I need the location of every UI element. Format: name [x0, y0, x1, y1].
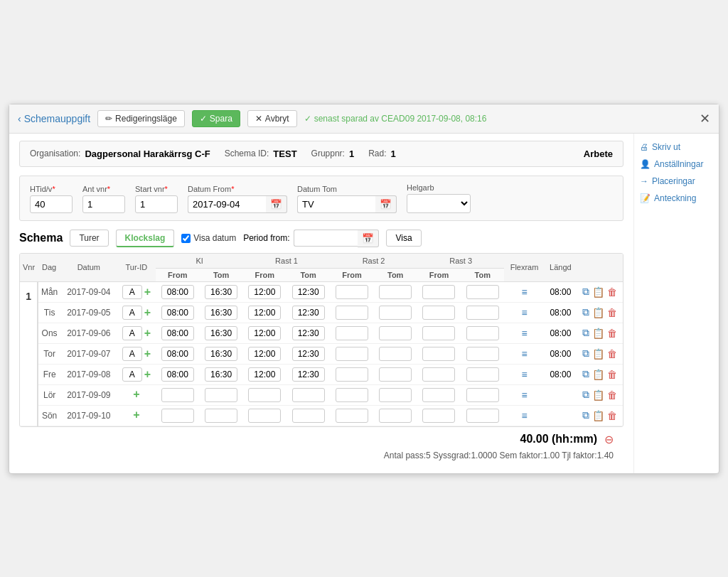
add-tur-button[interactable]: +	[144, 347, 151, 360]
delete-button[interactable]: 🗑	[607, 348, 617, 360]
minus-circle-icon[interactable]: ⊖	[604, 433, 614, 446]
tur-input[interactable]	[122, 367, 142, 382]
tur-input[interactable]	[122, 306, 142, 320]
ant-input[interactable]	[82, 195, 125, 213]
r2-from-input[interactable]	[336, 285, 368, 299]
r3-from-input[interactable]	[422, 347, 455, 361]
kl-tom-input[interactable]	[205, 388, 237, 402]
close-button[interactable]: ✕	[700, 111, 710, 126]
r3-from-input[interactable]	[422, 388, 455, 402]
r3-tom-input[interactable]	[466, 367, 499, 382]
delete-button[interactable]: 🗑	[607, 286, 617, 298]
r2-from-input[interactable]	[336, 409, 368, 423]
back-button[interactable]: ‹ Schemauppgift	[18, 113, 90, 124]
r1-tom-input[interactable]	[292, 388, 325, 402]
tur-input[interactable]	[122, 285, 142, 299]
copy-button[interactable]: ⧉	[582, 327, 589, 339]
employees-button[interactable]: 👤 Anställningar	[640, 158, 713, 171]
paste-button[interactable]: 📋	[592, 389, 604, 401]
datum-from-input[interactable]	[188, 195, 266, 213]
r3-from-input[interactable]	[422, 326, 455, 340]
r2-tom-input[interactable]	[379, 409, 412, 423]
r3-from-input[interactable]	[422, 367, 455, 382]
r2-tom-input[interactable]	[379, 285, 412, 299]
r1-from-input[interactable]	[248, 409, 281, 423]
paste-button[interactable]: 📋	[592, 410, 604, 421]
delete-button[interactable]: 🗑	[607, 307, 617, 318]
r2-from-input[interactable]	[336, 326, 368, 340]
copy-button[interactable]: ⧉	[582, 306, 589, 318]
kl-from-input[interactable]	[161, 409, 194, 423]
visa-button[interactable]: Visa	[386, 230, 421, 247]
add-tur-button[interactable]: +	[144, 286, 151, 298]
copy-button[interactable]: ⧉	[582, 368, 589, 380]
r2-from-input[interactable]	[336, 388, 368, 402]
copy-button[interactable]: ⧉	[582, 389, 589, 401]
print-button[interactable]: 🖨 Skriv ut	[640, 141, 713, 153]
r3-from-input[interactable]	[422, 409, 455, 423]
helgarb-select[interactable]	[407, 194, 471, 213]
kl-tom-input[interactable]	[205, 347, 237, 361]
delete-button[interactable]: 🗑	[607, 389, 617, 401]
r1-tom-input[interactable]	[292, 409, 325, 423]
kl-from-input[interactable]	[161, 326, 194, 340]
r1-tom-input[interactable]	[292, 347, 325, 361]
add-tur-button[interactable]: +	[133, 409, 139, 421]
copy-button[interactable]: ⧉	[582, 286, 589, 298]
r2-tom-input[interactable]	[379, 388, 412, 402]
r2-tom-input[interactable]	[379, 347, 412, 361]
r1-from-input[interactable]	[248, 367, 281, 382]
tur-input[interactable]	[122, 326, 142, 340]
r1-from-input[interactable]	[248, 347, 281, 361]
r2-from-input[interactable]	[336, 367, 368, 382]
htid-input[interactable]	[30, 195, 73, 213]
add-tur-button[interactable]: +	[133, 388, 139, 401]
delete-button[interactable]: 🗑	[607, 369, 617, 380]
delete-button[interactable]: 🗑	[607, 410, 617, 421]
copy-button[interactable]: ⧉	[582, 409, 589, 421]
flexram-menu-button[interactable]: ≡	[521, 307, 527, 318]
r1-from-input[interactable]	[248, 306, 281, 320]
r3-tom-input[interactable]	[466, 388, 499, 402]
notes-button[interactable]: 📝 Anteckning	[640, 192, 713, 205]
r2-from-input[interactable]	[336, 347, 368, 361]
delete-button[interactable]: 🗑	[607, 328, 617, 339]
r1-from-input[interactable]	[248, 326, 281, 340]
add-tur-button[interactable]: +	[144, 306, 151, 319]
r2-tom-input[interactable]	[379, 326, 412, 340]
start-input[interactable]	[135, 195, 178, 213]
datum-tom-calendar-button[interactable]: 📅	[375, 195, 397, 213]
kl-tom-input[interactable]	[205, 326, 237, 340]
datum-from-calendar-button[interactable]: 📅	[266, 195, 287, 213]
r3-tom-input[interactable]	[466, 326, 499, 340]
kl-tom-input[interactable]	[205, 306, 237, 320]
r1-from-input[interactable]	[248, 388, 281, 402]
r3-from-input[interactable]	[422, 306, 455, 320]
paste-button[interactable]: 📋	[592, 307, 604, 318]
kl-from-input[interactable]	[161, 285, 194, 299]
visa-datum-checkbox[interactable]	[181, 234, 191, 243]
flexram-menu-button[interactable]: ≡	[521, 389, 527, 401]
r2-from-input[interactable]	[336, 306, 368, 320]
r3-tom-input[interactable]	[466, 409, 499, 423]
flexram-menu-button[interactable]: ≡	[521, 369, 527, 380]
r3-tom-input[interactable]	[466, 347, 499, 361]
edit-mode-button[interactable]: ✏ Redigeringsläge	[97, 110, 185, 127]
period-calendar-button[interactable]: 📅	[358, 230, 379, 247]
tur-input[interactable]	[122, 347, 142, 361]
placements-button[interactable]: → Placeringar	[640, 175, 713, 188]
kl-from-input[interactable]	[161, 388, 194, 402]
copy-button[interactable]: ⧉	[582, 347, 589, 360]
flexram-menu-button[interactable]: ≡	[521, 348, 527, 360]
r3-tom-input[interactable]	[466, 306, 499, 320]
flexram-menu-button[interactable]: ≡	[521, 286, 527, 298]
r3-tom-input[interactable]	[466, 285, 499, 299]
r3-from-input[interactable]	[422, 285, 455, 299]
kl-tom-input[interactable]	[205, 285, 237, 299]
add-tur-button[interactable]: +	[144, 327, 151, 340]
r1-tom-input[interactable]	[292, 285, 325, 299]
r2-tom-input[interactable]	[379, 367, 412, 382]
kl-from-input[interactable]	[161, 367, 194, 382]
flexram-menu-button[interactable]: ≡	[521, 410, 527, 421]
r1-tom-input[interactable]	[292, 306, 325, 320]
